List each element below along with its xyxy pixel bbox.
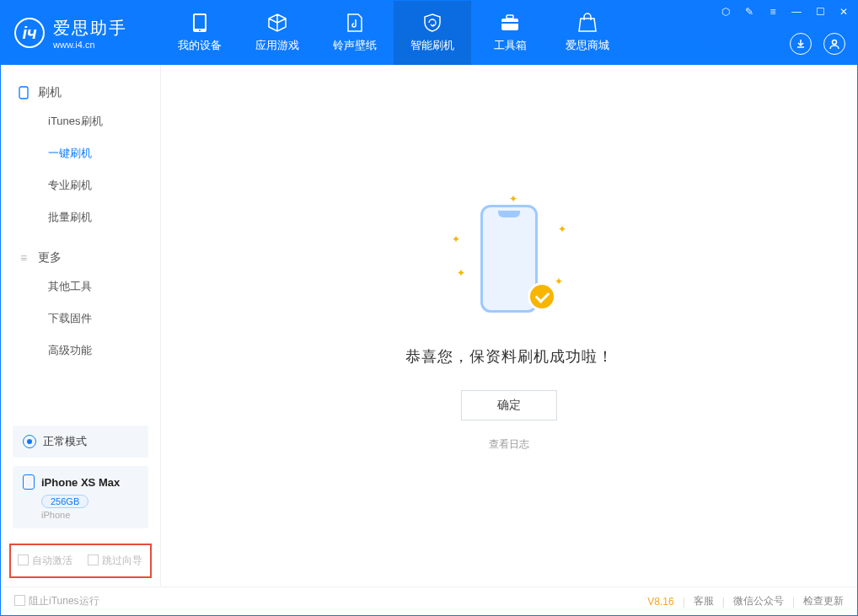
cube-icon	[267, 13, 287, 33]
tab-label: 我的设备	[178, 38, 222, 53]
tab-label: 爱思商城	[566, 38, 609, 53]
sidebar-item-itunes-flash[interactable]: iTunes刷机	[1, 105, 160, 137]
user-button[interactable]	[823, 33, 845, 55]
main-content: ✦✦✦✦✦ 恭喜您，保资料刷机成功啦！ 确定 查看日志	[161, 65, 857, 587]
device-mode-box[interactable]: 正常模式	[13, 426, 148, 458]
checkbox-block-itunes[interactable]: 阻止iTunes运行	[14, 594, 99, 608]
tab-label: 铃声壁纸	[333, 38, 377, 53]
music-file-icon	[345, 13, 365, 33]
link-support[interactable]: 客服	[694, 594, 714, 608]
sidebar-item-batch-flash[interactable]: 批量刷机	[1, 201, 160, 233]
svg-rect-3	[501, 19, 518, 30]
link-check-update[interactable]: 检查更新	[803, 594, 844, 608]
device-type: iPhone	[41, 510, 138, 520]
sidebar: 刷机 iTunes刷机 一键刷机 专业刷机 批量刷机 ≡ 更多 其他工具 下载固…	[1, 65, 161, 587]
device-icon	[18, 87, 29, 99]
toolbox-icon	[500, 13, 520, 33]
checkbox-auto-activate[interactable]: 自动激活	[18, 554, 72, 568]
device-info-box[interactable]: iPhone XS Max 256GB iPhone	[13, 466, 148, 528]
svg-rect-7	[19, 87, 28, 99]
device-mode: 正常模式	[43, 434, 87, 449]
tab-label: 智能刷机	[410, 38, 454, 53]
svg-rect-5	[501, 22, 518, 24]
tab-label: 工具箱	[494, 38, 527, 53]
sidebar-group-more[interactable]: ≡ 更多	[1, 245, 160, 271]
svg-point-6	[833, 40, 837, 45]
app-subtitle: www.i4.cn	[53, 40, 127, 50]
skin-icon[interactable]: ⬡	[719, 6, 732, 18]
success-check-icon	[528, 282, 556, 311]
maximize-button[interactable]: ☐	[813, 6, 827, 18]
tab-store[interactable]: 爱思商城	[549, 1, 626, 65]
sidebar-item-download-firmware[interactable]: 下载固件	[1, 303, 160, 335]
minimize-button[interactable]: ―	[790, 6, 803, 18]
confirm-button[interactable]: 确定	[461, 390, 557, 420]
sidebar-item-other-tools[interactable]: 其他工具	[1, 271, 160, 303]
version-label: V8.16	[647, 596, 673, 608]
svg-rect-4	[507, 15, 513, 19]
view-log-link[interactable]: 查看日志	[489, 437, 529, 452]
tab-my-device[interactable]: 我的设备	[161, 1, 239, 65]
bag-icon	[577, 13, 598, 33]
phone-outline-icon	[23, 474, 35, 490]
sidebar-group-flash[interactable]: 刷机	[1, 80, 160, 105]
success-message: 恭喜您，保资料刷机成功啦！	[405, 346, 614, 367]
tab-label: 应用游戏	[255, 38, 299, 53]
logo-block: iч 爱思助手 www.i4.cn	[1, 1, 161, 65]
tab-flash[interactable]: 智能刷机	[394, 1, 471, 65]
sidebar-item-pro-flash[interactable]: 专业刷机	[1, 169, 160, 201]
download-button[interactable]	[790, 33, 812, 55]
tab-toolbox[interactable]: 工具箱	[471, 1, 549, 65]
sidebar-item-oneclick-flash[interactable]: 一键刷机	[1, 137, 160, 169]
close-button[interactable]: ✕	[837, 6, 850, 18]
menu-icon[interactable]: ≡	[766, 6, 780, 18]
phone-icon	[190, 13, 210, 33]
app-title: 爱思助手	[53, 17, 127, 40]
flash-options-row: 自动激活 跳过向导	[9, 544, 152, 578]
mode-indicator-icon	[23, 435, 36, 448]
header-right	[790, 33, 845, 55]
app-header: iч 爱思助手 www.i4.cn 我的设备 应用游戏 铃声壁纸 智能刷机 工具…	[1, 1, 857, 65]
tab-ringtones[interactable]: 铃声壁纸	[316, 1, 394, 65]
feedback-icon[interactable]: ✎	[743, 6, 756, 18]
window-controls: ⬡ ✎ ≡ ― ☐ ✕	[719, 6, 850, 18]
link-wechat[interactable]: 微信公众号	[733, 594, 784, 608]
tab-apps[interactable]: 应用游戏	[239, 1, 316, 65]
refresh-shield-icon	[422, 13, 442, 33]
list-icon: ≡	[18, 252, 29, 264]
success-illustration: ✦✦✦✦✦	[458, 200, 560, 326]
app-logo-icon: iч	[14, 18, 45, 48]
svg-point-2	[199, 29, 201, 31]
device-storage: 256GB	[41, 495, 88, 508]
sidebar-item-advanced[interactable]: 高级功能	[1, 335, 160, 367]
checkbox-skip-guide[interactable]: 跳过向导	[88, 554, 142, 568]
device-panel: 正常模式 iPhone XS Max 256GB iPhone	[1, 415, 160, 538]
svg-rect-1	[195, 15, 205, 29]
nav-tabs: 我的设备 应用游戏 铃声壁纸 智能刷机 工具箱 爱思商城	[161, 1, 626, 65]
status-bar: 阻止iTunes运行 V8.16 | 客服 | 微信公众号 | 检查更新	[1, 587, 857, 615]
device-name: iPhone XS Max	[41, 476, 120, 489]
